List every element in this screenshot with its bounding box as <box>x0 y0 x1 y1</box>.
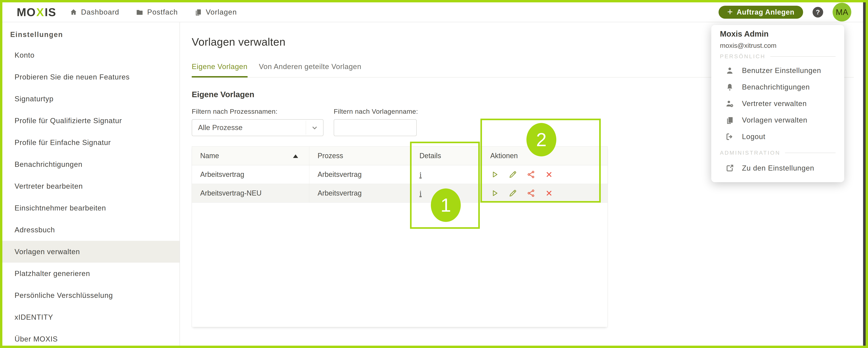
nav-postfach[interactable]: Postfach <box>136 8 178 16</box>
row-actions <box>490 170 554 179</box>
sidebar-item-signaturtyp[interactable]: Signaturtyp <box>2 88 180 110</box>
cell-name: Arbeitsvertrag <box>192 165 309 184</box>
tab-geteilte-vorlagen[interactable]: Von Anderen geteilte Vorlagen <box>259 62 362 77</box>
cell-prozess: Arbeitsvertrag <box>309 184 411 202</box>
sort-ascending-icon <box>293 154 298 158</box>
user-clock-icon <box>725 99 734 108</box>
tab-eigene-vorlagen[interactable]: Eigene Vorlagen <box>192 62 248 78</box>
user-name: Moxis Admin <box>720 29 836 38</box>
templates-table: Name Prozess Details Aktionen Arbeitsver… <box>192 146 608 327</box>
create-order-label: Auftrag Anlegen <box>737 8 795 16</box>
help-glyph: ? <box>816 8 820 16</box>
scrollbar[interactable] <box>863 2 866 346</box>
logout-icon <box>725 133 734 141</box>
plus-icon: + <box>727 7 733 17</box>
sidebar-item-neue-features[interactable]: Probieren Sie die neuen Features <box>2 66 180 88</box>
logo-x-glyph: X <box>36 5 44 19</box>
external-link-icon <box>725 164 734 173</box>
column-header-name[interactable]: Name <box>192 147 309 165</box>
name-filter-input[interactable] <box>334 119 417 136</box>
row-actions <box>490 188 554 198</box>
sidebar-item-profile-qualifizierte[interactable]: Profile für Qualifizierte Signatur <box>2 110 180 132</box>
user-dropdown-menu: Moxis Admin moxis@xitrust.com PERSÖNLICH… <box>711 25 844 182</box>
sidebar-item-adressbuch[interactable]: Adressbuch <box>2 219 180 241</box>
cell-prozess: Arbeitsvertrag <box>309 165 411 184</box>
menu-item-benachrichtigungen[interactable]: Benachrichtigungen <box>720 79 836 95</box>
play-icon[interactable] <box>490 188 499 198</box>
share-icon[interactable] <box>526 188 535 198</box>
sidebar-item-profile-einfache[interactable]: Profile für Einfache Signatur <box>2 132 180 153</box>
process-filter-value: Alle Prozesse <box>192 123 243 132</box>
sidebar-list: Konto Probieren Sie die neuen Features S… <box>2 44 180 348</box>
table-row: Arbeitsvertrag Arbeitsvertrag i <box>192 165 608 184</box>
bell-icon <box>725 83 734 91</box>
annotation-callout-2: 2 <box>526 123 556 156</box>
sidebar-item-ueber-moxis[interactable]: Über MOXIS <box>2 328 180 348</box>
folder-icon <box>136 8 144 16</box>
avatar-initials: MA <box>836 7 848 17</box>
edit-pencil-icon[interactable] <box>508 170 517 179</box>
section-divider <box>785 153 836 153</box>
delete-x-icon[interactable] <box>545 170 554 179</box>
sidebar-item-benachrichtigungen[interactable]: Benachrichtigungen <box>2 153 180 175</box>
create-order-button[interactable]: + Auftrag Anlegen <box>718 6 803 19</box>
process-filter-select[interactable]: Alle Prozesse <box>192 119 323 136</box>
name-filter-label: Filtern nach Vorlagenname: <box>334 108 418 115</box>
settings-sidebar: Einstellungen Konto Probieren Sie die ne… <box>2 22 180 346</box>
menu-item-vertreter-verwalten[interactable]: Vertreter verwalten <box>720 95 836 112</box>
column-header-details[interactable]: Details <box>411 147 482 165</box>
menu-item-benutzer-einstellungen[interactable]: Benutzer Einstellungen <box>720 62 836 79</box>
user-icon <box>725 66 734 75</box>
templates-icon <box>725 116 734 124</box>
sidebar-item-verschluesselung[interactable]: Persönliche Verschlüsselung <box>2 285 180 306</box>
annotation-callout-1: 1 <box>431 188 461 222</box>
nav-postfach-label: Postfach <box>147 8 178 16</box>
play-icon[interactable] <box>490 170 499 179</box>
section-personal: PERSÖNLICH <box>720 53 836 60</box>
nav-vorlagen-label: Vorlagen <box>206 8 237 16</box>
personal-menu-items: Benutzer Einstellungen Benachrichtigunge… <box>720 62 836 145</box>
chevron-down-icon <box>306 121 323 135</box>
sidebar-item-platzhalter[interactable]: Platzhalter generieren <box>2 263 180 285</box>
sidebar-item-xidentity[interactable]: xIDENTITY <box>2 306 180 328</box>
menu-item-zu-den-einstellungen[interactable]: Zu den Einstellungen <box>720 160 836 176</box>
top-navigation-bar: MOXIS Dashboard Postfach Vorlagen + Auft… <box>2 2 863 22</box>
column-header-prozess[interactable]: Prozess <box>309 147 411 165</box>
details-link[interactable]: i <box>420 188 422 198</box>
sidebar-item-einsichtnehmer[interactable]: Einsichtnehmer bearbeiten <box>2 197 180 219</box>
process-filter-label: Filtern nach Prozessnamen: <box>192 108 323 115</box>
nav-dashboard[interactable]: Dashboard <box>70 8 119 16</box>
menu-item-logout[interactable]: Logout <box>720 128 836 145</box>
table-row: Arbeitsvertrag-NEU Arbeitsvertrag i <box>192 184 608 203</box>
sidebar-item-vertreter[interactable]: Vertreter bearbeiten <box>2 175 180 197</box>
nav-dashboard-label: Dashboard <box>81 8 119 16</box>
home-icon <box>70 8 78 16</box>
sidebar-item-konto[interactable]: Konto <box>2 44 180 66</box>
user-avatar[interactable]: MA <box>833 3 851 22</box>
sidebar-item-vorlagen-verwalten[interactable]: Vorlagen verwalten <box>2 241 180 263</box>
logo-text-mo: MO <box>17 5 36 19</box>
logo-text-is: IS <box>44 5 56 19</box>
share-icon[interactable] <box>526 170 535 179</box>
help-icon[interactable]: ? <box>812 7 823 18</box>
delete-x-icon[interactable] <box>545 188 554 198</box>
menu-item-vorlagen-verwalten[interactable]: Vorlagen verwalten <box>720 112 836 128</box>
templates-icon <box>194 8 202 16</box>
details-link[interactable]: i <box>420 170 422 179</box>
app-window: MOXIS Dashboard Postfach Vorlagen + Auft… <box>0 0 868 348</box>
section-divider <box>770 56 836 57</box>
cell-name: Arbeitsvertrag-NEU <box>192 184 309 202</box>
sidebar-header: Einstellungen <box>10 30 180 39</box>
top-nav-links: Dashboard Postfach Vorlagen <box>70 8 237 16</box>
topbar-right-cluster: + Auftrag Anlegen ? MA <box>718 3 863 22</box>
section-administration: ADMINISTRATION <box>720 150 836 156</box>
moxis-logo[interactable]: MOXIS <box>17 5 56 19</box>
nav-vorlagen[interactable]: Vorlagen <box>194 8 237 16</box>
user-email: moxis@xitrust.com <box>720 41 836 49</box>
edit-pencil-icon[interactable] <box>508 188 517 198</box>
